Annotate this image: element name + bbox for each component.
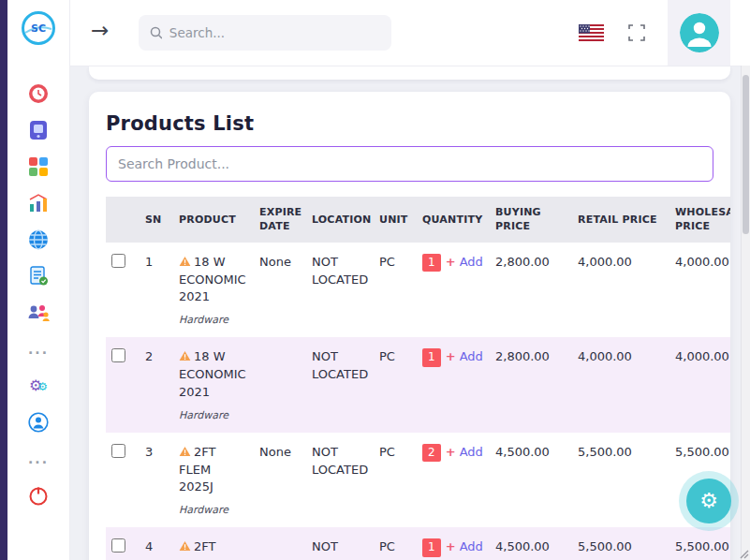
plus-icon: + [446, 349, 456, 363]
retail-price-cell: 4,000.00 [572, 337, 669, 432]
sidebar-item-pos[interactable] [7, 111, 69, 148]
add-quantity-button[interactable]: + Add [446, 539, 483, 553]
invoice-icon [29, 266, 49, 287]
avatar-panel [668, 0, 730, 66]
global-search [139, 15, 391, 51]
add-label: Add [460, 539, 483, 553]
wholesale-price-cell: 5,500.00 [669, 527, 730, 560]
gear-icon: ⚙ [699, 489, 718, 513]
col-expire-date: EXPIRE DATE [254, 197, 306, 243]
product-category: Hardware [179, 313, 248, 328]
sidebar-item-settings[interactable]: ⚙⚙ [7, 367, 69, 404]
global-search-input[interactable] [169, 25, 380, 40]
col-unit: UNIT [374, 197, 417, 243]
products-table: SN PRODUCT EXPIRE DATE LOCATION UNIT QUA… [106, 197, 730, 560]
sn-cell: 1 [140, 243, 173, 337]
quantity-cell: 1+ Add [417, 527, 490, 560]
sidebar-item-customers[interactable] [7, 294, 69, 331]
expire-cell: None [254, 243, 306, 337]
fullscreen-icon [628, 24, 645, 41]
table-row: 2 18 W ECONOMIC 2021 Hardware NOT LOCATE… [106, 337, 730, 432]
sidebar-item-reports[interactable] [7, 184, 69, 221]
table-row: 1 18 W ECONOMIC 2021 Hardware None NOT L… [106, 243, 730, 337]
vertical-scrollbar[interactable] [741, 66, 750, 560]
app-logo[interactable]: SC [20, 9, 57, 47]
location-cell: NOT LOCATED [306, 527, 374, 560]
expire-cell [254, 337, 306, 432]
quantity-badge: 1 [422, 538, 441, 556]
add-label: Add [460, 255, 483, 269]
row-select-checkbox[interactable] [111, 348, 125, 362]
avatar-person-icon [680, 13, 719, 52]
product-cell: 18 W ECONOMIC 2021 Hardware [173, 337, 254, 432]
menu-arrow-icon[interactable]: → [91, 18, 109, 42]
sidebar: SC [7, 0, 70, 560]
col-buying-price: BUYING PRICE [490, 197, 572, 243]
warning-icon [179, 446, 191, 457]
wholesale-price-cell: 4,000.00 [669, 337, 730, 432]
sidebar-item-products[interactable] [7, 148, 69, 184]
sn-cell: 2 [140, 337, 173, 432]
user-avatar[interactable] [680, 13, 719, 52]
col-sn: SN [140, 197, 173, 243]
add-label: Add [460, 349, 483, 363]
sidebar-item-time[interactable] [7, 75, 69, 111]
settings-fab-button[interactable]: ⚙ [686, 479, 731, 523]
sidebar-item-more-2[interactable]: ... [7, 440, 69, 477]
add-quantity-button[interactable]: + Add [446, 445, 483, 459]
checkbox-cell [106, 527, 140, 560]
resize-grip[interactable] [738, 548, 749, 559]
retail-price-cell: 5,500.00 [572, 433, 669, 527]
quantity-badge: 2 [422, 444, 441, 462]
table-row: 3 2FT FLEM 2025J Hardware None NOT LOCAT… [106, 433, 730, 527]
fullscreen-button[interactable] [628, 24, 645, 41]
product-cell: 2FT FLEM 2025J Hardware [173, 433, 254, 527]
buying-price-cell: 4,500.00 [490, 433, 572, 527]
settings-gears-icon: ⚙⚙ [29, 376, 48, 394]
warning-icon [179, 256, 191, 267]
location-cell: NOT LOCATED [306, 433, 374, 527]
top-header: → [70, 0, 750, 66]
scrollbar-thumb[interactable] [743, 75, 749, 234]
checkbox-cell [106, 433, 140, 527]
row-select-checkbox[interactable] [111, 538, 125, 553]
page-title: Products List [106, 112, 713, 135]
buying-price-cell: 4,500.00 [490, 527, 572, 560]
row-select-checkbox[interactable] [111, 444, 125, 458]
sidebar-item-profile[interactable] [7, 404, 69, 440]
language-flag-button[interactable] [579, 24, 604, 41]
location-cell: NOT LOCATED [306, 337, 374, 432]
quantity-cell: 1+ Add [417, 337, 490, 432]
plus-icon: + [446, 255, 456, 269]
add-quantity-button[interactable]: + Add [446, 255, 483, 269]
quantity-badge: 1 [422, 348, 441, 366]
sidebar-nav: ... ⚙⚙ ... [7, 75, 69, 513]
select-all-header [106, 197, 140, 243]
quantity-cell: 1+ Add [417, 243, 490, 337]
warning-icon [179, 350, 191, 361]
product-category: Hardware [179, 503, 248, 518]
product-search-input[interactable] [106, 146, 713, 182]
sidebar-accent-strip [0, 0, 7, 560]
plus-icon: + [446, 445, 456, 459]
sidebar-item-invoices[interactable] [7, 258, 69, 294]
sidebar-item-website[interactable] [7, 221, 69, 258]
sidebar-item-logout[interactable] [7, 477, 69, 513]
expire-cell: None [254, 433, 306, 527]
unit-cell: PC [374, 527, 417, 560]
profile-icon [28, 412, 49, 433]
add-quantity-button[interactable]: + Add [446, 349, 483, 363]
buying-price-cell: 2,800.00 [490, 243, 572, 337]
quantity-badge: 1 [422, 254, 441, 272]
sidebar-item-more-1[interactable]: ... [7, 331, 69, 367]
products-list-card: Products List SN PRODUCT EXPIRE DATE LOC… [89, 92, 730, 560]
row-select-checkbox[interactable] [111, 254, 125, 268]
retail-price-cell: 4,000.00 [572, 243, 669, 337]
unit-cell: PC [374, 433, 417, 527]
col-wholesale-price: WHOLESALE PRICE [669, 197, 730, 243]
products-grid-icon [28, 156, 49, 177]
customers-icon [27, 303, 50, 322]
unit-cell: PC [374, 337, 417, 432]
product-cell: 2FT FLEM 2025J Hardware [173, 527, 254, 560]
checkbox-cell [106, 337, 140, 432]
